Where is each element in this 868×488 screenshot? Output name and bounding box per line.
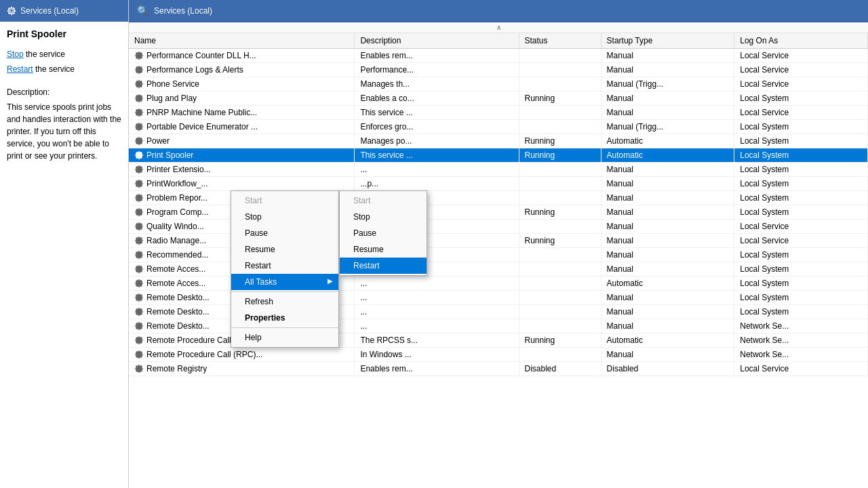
service-status: [519, 348, 601, 362]
service-description: This service ...: [355, 148, 519, 163]
service-title: Print Spooler: [7, 28, 121, 39]
service-name: Phone Service: [129, 77, 355, 92]
stop-action-line: Stop the service: [7, 47, 121, 62]
service-name: Remote Registry: [129, 362, 355, 376]
service-logon: Local System: [734, 92, 868, 106]
submenu-item-resume[interactable]: Resume: [340, 241, 427, 258]
service-name: Performance Counter DLL H...: [129, 49, 355, 63]
service-startup: Manual: [601, 177, 734, 191]
service-status: [519, 319, 601, 333]
table-row[interactable]: Phone Service Manages th... Manual (Trig…: [129, 77, 868, 92]
submenu: StartStopPauseResumeRestart: [339, 190, 427, 276]
service-startup: Manual: [601, 305, 734, 319]
service-logon: Local System: [734, 148, 868, 163]
service-logon: Local System: [734, 305, 868, 319]
sidebar: Services (Local) Print Spooler Stop the …: [0, 0, 129, 488]
service-logon: Local System: [734, 262, 868, 277]
context-menu-item-refresh[interactable]: Refresh: [231, 293, 338, 310]
service-logon: Local System: [734, 163, 868, 177]
service-status: [519, 49, 601, 63]
col-header-logon[interactable]: Log On As: [734, 33, 868, 49]
right-header-title: Services (Local): [154, 6, 212, 16]
service-name: PNRP Machine Name Public...: [129, 106, 355, 120]
service-startup: Manual: [601, 163, 734, 177]
service-logon: Local System: [734, 205, 868, 220]
service-description: Manages po...: [355, 134, 519, 148]
service-description: This service ...: [355, 106, 519, 120]
context-menu-item-stop[interactable]: Stop: [231, 209, 338, 225]
context-menu-separator-2: [231, 327, 338, 328]
table-row[interactable]: Portable Device Enumerator ... Enforces …: [129, 120, 868, 134]
context-menu-item-pause[interactable]: Pause: [231, 225, 338, 241]
service-status: Running: [519, 148, 601, 163]
context-menu-item-restart[interactable]: Restart: [231, 258, 338, 274]
service-logon: Local Service: [734, 106, 868, 120]
context-menu: StartStopPauseResumeRestartAll TasksRefr…: [231, 190, 339, 348]
table-row[interactable]: Plug and Play Enables a co... Running Ma…: [129, 92, 868, 106]
table-container[interactable]: ∧ Name Description Status Startup Type L…: [129, 22, 868, 488]
service-status: [519, 220, 601, 234]
service-name: Print Spooler: [129, 148, 355, 163]
table-row[interactable]: Print Spooler This service ... Running A…: [129, 148, 868, 163]
service-name: Performance Logs & Alerts: [129, 63, 355, 77]
submenu-item-stop[interactable]: Stop: [340, 209, 427, 225]
restart-suffix: the service: [33, 64, 75, 74]
service-status: [519, 163, 601, 177]
table-row[interactable]: PrintWorkflow_... ...p... Manual Local S…: [129, 177, 868, 191]
service-status: [519, 191, 601, 205]
table-row[interactable]: Remote Procedure Call (RPC)... In Window…: [129, 348, 868, 362]
service-name: Printer Extensio...: [129, 163, 355, 177]
submenu-item-start: Start: [340, 192, 427, 209]
col-header-description[interactable]: Description: [355, 33, 519, 49]
service-description: Performance...: [355, 63, 519, 77]
table-row[interactable]: Power Manages po... Running Automatic Lo…: [129, 134, 868, 148]
service-name: PrintWorkflow_...: [129, 177, 355, 191]
service-logon: Local System: [734, 291, 868, 305]
context-menu-item-all-tasks[interactable]: All Tasks: [231, 274, 338, 290]
context-menu-separator: [231, 291, 338, 292]
service-logon: Local System: [734, 120, 868, 134]
service-description: Enforces gro...: [355, 120, 519, 134]
submenu-item-restart[interactable]: Restart: [340, 258, 427, 274]
service-name: Remote Procedure Call (RPC)...: [129, 348, 355, 362]
scroll-up-indicator: ∧: [129, 22, 868, 33]
table-row[interactable]: Performance Logs & Alerts Performance...…: [129, 63, 868, 77]
right-panel: 🔍 Services (Local) ∧ Name Description St…: [129, 0, 868, 488]
service-status: Running: [519, 134, 601, 148]
restart-link[interactable]: Restart: [7, 64, 33, 74]
service-startup: Manual: [601, 348, 734, 362]
service-startup: Manual: [601, 262, 734, 277]
service-startup: Manual: [601, 220, 734, 234]
context-menu-item-resume[interactable]: Resume: [231, 241, 338, 258]
table-row[interactable]: Performance Counter DLL H... Enables rem…: [129, 49, 868, 63]
context-menu-item-start: Start: [231, 192, 338, 209]
service-name: Plug and Play: [129, 92, 355, 106]
service-description: ...: [355, 291, 519, 305]
table-row[interactable]: Printer Extensio... ... Manual Local Sys…: [129, 163, 868, 177]
col-header-status[interactable]: Status: [519, 33, 601, 49]
table-row[interactable]: Remote Registry Enables rem... Disabled …: [129, 362, 868, 376]
description-label: Description:: [7, 87, 121, 97]
sidebar-header-title: Services (Local): [20, 6, 79, 16]
service-status: [519, 120, 601, 134]
service-logon: Local Service: [734, 49, 868, 63]
service-description: Enables rem...: [355, 362, 519, 376]
stop-link[interactable]: Stop: [7, 49, 24, 59]
sidebar-description: Description: This service spools print j…: [7, 87, 121, 162]
service-name: Power: [129, 134, 355, 148]
service-logon: Local Service: [734, 220, 868, 234]
col-header-name[interactable]: Name: [129, 33, 355, 49]
service-startup: Automatic: [601, 148, 734, 163]
service-description: The RPCSS s...: [355, 333, 519, 348]
service-startup: Manual: [601, 191, 734, 205]
submenu-item-pause[interactable]: Pause: [340, 225, 427, 241]
table-row[interactable]: PNRP Machine Name Public... This service…: [129, 106, 868, 120]
col-header-startup[interactable]: Startup Type: [601, 33, 734, 49]
service-startup: Manual (Trigg...: [601, 120, 734, 134]
context-menu-item-help[interactable]: Help: [231, 329, 338, 346]
service-status: [519, 77, 601, 92]
service-description: ...: [355, 319, 519, 333]
service-name: Portable Device Enumerator ...: [129, 120, 355, 134]
service-description: ...: [355, 305, 519, 319]
context-menu-item-properties[interactable]: Properties: [231, 310, 338, 326]
